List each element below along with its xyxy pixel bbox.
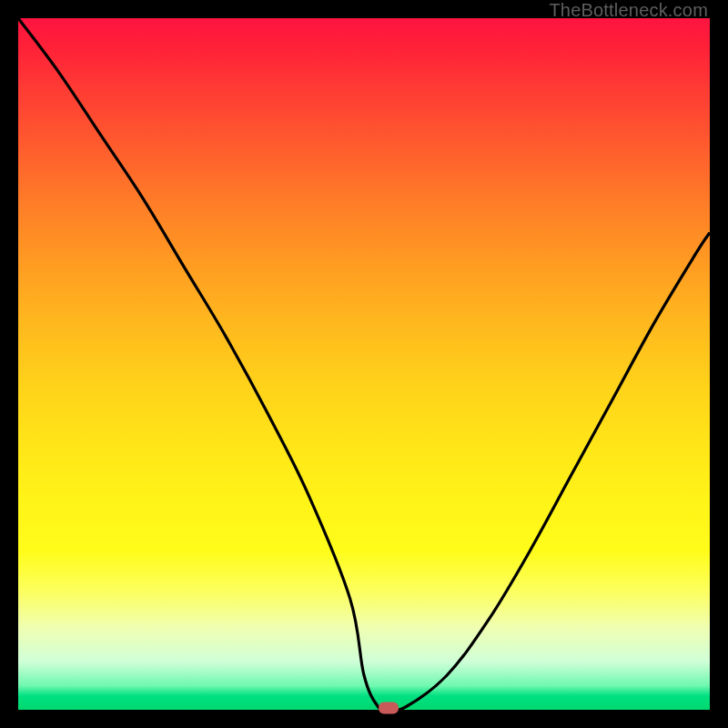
bottleneck-curve (18, 18, 710, 710)
plot-area (18, 18, 710, 710)
minimum-marker (379, 703, 399, 714)
watermark-text: TheBottleneck.com (549, 0, 708, 21)
